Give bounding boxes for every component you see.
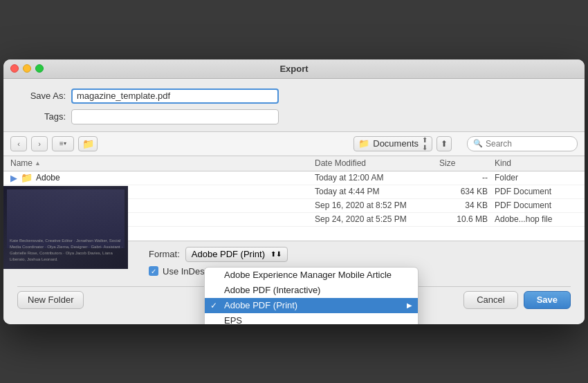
maximize-button[interactable] [35, 64, 44, 73]
format-dropdown[interactable]: Adobe PDF (Print) ⬆⬇ [185, 247, 288, 262]
file-date-cell: Today at 12:00 AM [315, 173, 439, 183]
search-box[interactable]: 🔍 [467, 136, 578, 151]
selected-format-text: Adobe PDF (Print) [192, 249, 265, 259]
new-folder-button[interactable]: New Folder [17, 291, 84, 309]
search-input[interactable] [486, 139, 569, 149]
table-row[interactable]: ▶ 📁 Adobe Today at 12:00 AM -- Folder [3, 171, 585, 185]
dropdown-arrow-icon: ⬆⬇ [270, 250, 282, 258]
chevron-down-icon: ▾ [64, 140, 66, 147]
file-name-cell: ▶ 📁 Adobe [10, 172, 315, 183]
format-row: Format: Adobe PDF (Print) ⬆⬇ [149, 247, 571, 262]
column-size-header: Size [439, 158, 495, 168]
view-menu-button[interactable]: ≡ ▾ [52, 136, 74, 151]
thumbnail-preview: Kate Beckensvale, Creative Editor · Jona… [3, 186, 128, 269]
new-folder-icon-button[interactable]: 📁 [78, 136, 98, 151]
save-as-row: Save As: [17, 88, 571, 104]
nav-bar: ‹ › ≡ ▾ 📁 📁 Documents ⬆⬇ ⬆ 🔍 [3, 132, 585, 156]
file-kind-cell: PDF Document [495, 187, 578, 196]
minimize-button[interactable] [23, 64, 31, 73]
expand-icon: ⬆ [441, 139, 448, 149]
column-kind-header: Kind [495, 158, 578, 168]
header-section: Save As: Tags: [3, 79, 585, 132]
title-bar: Export [3, 59, 585, 79]
file-size-cell: 34 KB [439, 200, 495, 210]
tags-label: Tags: [17, 111, 66, 122]
back-button[interactable]: ‹ [10, 136, 27, 151]
search-icon: 🔍 [473, 139, 483, 148]
save-as-label: Save As: [17, 91, 66, 101]
location-folder-icon: 📁 [358, 138, 369, 149]
folder-badge-icon: 📁 [82, 138, 94, 149]
dropdown-item[interactable]: Adobe Experience Manager Mobile Article [205, 268, 418, 283]
column-headers: Name ▲ Date Modified Size Kind [3, 156, 585, 171]
location-stepper-icon: ⬆⬇ [422, 136, 428, 151]
filename-input[interactable] [71, 88, 279, 104]
dropdown-item[interactable]: EPS [205, 313, 418, 324]
tags-row: Tags: [17, 109, 571, 124]
thumbnail-text: Kate Beckensvale, Creative Editor · Jona… [7, 235, 128, 265]
location-picker[interactable]: 📁 Documents ⬆⬇ [353, 136, 432, 151]
forward-button[interactable]: › [31, 136, 48, 151]
close-button[interactable] [10, 64, 19, 73]
save-button[interactable]: Save [524, 291, 571, 309]
footer-buttons: Cancel Save [463, 291, 571, 309]
file-kind-cell: PDF Document [495, 200, 578, 210]
expand-button[interactable]: ⬆ [437, 136, 452, 151]
sort-arrow-icon: ▲ [35, 160, 41, 167]
format-dropdown-container: Adobe PDF (Print) ⬆⬇ [185, 247, 288, 262]
dialog-title: Export [279, 64, 308, 74]
tags-input[interactable] [71, 109, 279, 124]
format-dropdown-menu: Adobe Experience Manager Mobile Article … [204, 267, 419, 324]
file-size-cell: -- [439, 173, 495, 183]
cancel-button[interactable]: Cancel [463, 291, 517, 309]
file-size-cell: 634 KB [439, 187, 495, 196]
file-date-cell: Today at 4:44 PM [315, 187, 439, 196]
folder-color-icon: 📁 [21, 172, 33, 183]
use-indesign-name-checkbox[interactable]: ✓ [149, 266, 158, 276]
window-controls [10, 64, 44, 73]
file-kind-cell: Folder [495, 173, 578, 183]
folder-icon: ▶ [10, 173, 17, 183]
export-dialog: Export Save As: Tags: ‹ › ≡ ▾ 📁 📁 Docume… [3, 59, 585, 324]
format-label: Format: [149, 249, 180, 259]
file-date-cell: Sep 24, 2020 at 5:25 PM [315, 214, 439, 224]
dropdown-item[interactable]: Adobe PDF (Interactive) [205, 283, 418, 298]
location-label: Documents [373, 138, 419, 149]
dropdown-item-selected[interactable]: Adobe PDF (Print) [205, 298, 418, 313]
column-name-header: Name ▲ [10, 158, 315, 168]
file-kind-cell: Adobe...hop file [495, 214, 578, 224]
file-date-cell: Sep 16, 2020 at 8:52 PM [315, 200, 439, 210]
column-date-header: Date Modified [315, 158, 439, 168]
file-size-cell: 10.6 MB [439, 214, 495, 224]
